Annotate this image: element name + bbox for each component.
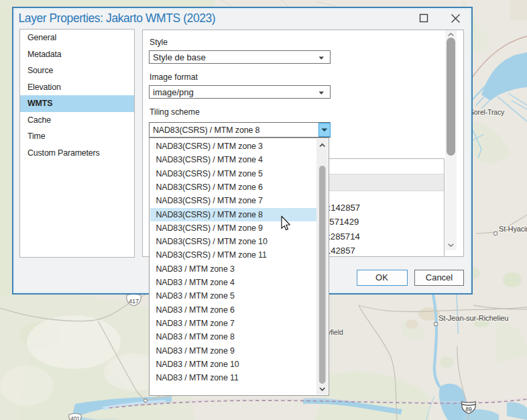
svg-text:yfield: yfield xyxy=(327,328,343,336)
svg-text:417: 417 xyxy=(129,298,139,305)
svg-text:Sorel-Tracy: Sorel-Tracy xyxy=(469,108,505,116)
svg-text:89: 89 xyxy=(465,406,472,413)
svg-text:401: 401 xyxy=(70,415,80,420)
svg-text:St-Jean-sur-Richelieu: St-Jean-sur-Richelieu xyxy=(438,314,508,322)
svg-text:St-Hyacinthe: St-Hyacinthe xyxy=(499,225,527,233)
